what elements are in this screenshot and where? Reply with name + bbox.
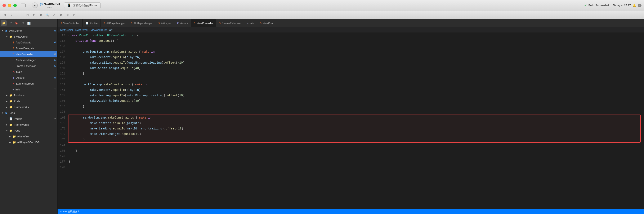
search-button[interactable]: 🔍 [44,13,50,18]
panel-toggle-button[interactable] [21,4,26,7]
sidebar-tab-files[interactable]: 📁 [1,20,7,26]
sidebar-item-main[interactable]: ✕ Main [0,69,57,75]
breadcrumb-swiftdemol2[interactable]: SwiftDemol [75,29,88,32]
minimize-button[interactable] [8,4,11,7]
tab-frame-extension[interactable]: S Frame-Extension [216,19,244,27]
sidebar-item-swiftdemol-root[interactable]: ▼ ◉ SwiftDemol M [0,28,57,34]
sidebar-label: Assets [16,76,24,79]
error-button[interactable]: ⊘ [58,13,64,18]
device-selector[interactable]: 📱 庶客双小鱼的iPhone [64,2,100,8]
code-line-169: 169 randomBtn.snp.makeConstraints { make… [58,115,640,121]
sidebar-tab-breakpoints[interactable]: ⬡ [20,20,26,26]
arrow-icon: ▶ [6,94,8,96]
close-button[interactable] [2,4,6,7]
folder-icon: 📁 [12,135,16,138]
breadcrumb-arr[interactable]: arr [109,29,112,32]
tab-label: ViewController [197,22,213,25]
settings-button[interactable]: ⚙ [65,13,70,18]
editor-area: S ViewController 📄 Podfile S AliPlayerMa… [58,19,644,214]
folder-icon: 📁 [12,141,16,144]
sidebar-item-podfile[interactable]: 📄 Podfile ? [0,116,57,122]
code-content[interactable]: 12 class ViewController: UIViewControlle… [58,33,644,209]
tab-label: Frame-Extension [222,22,241,25]
file-icon: S [12,41,14,44]
toolbar-btn-2[interactable]: ⊞ [31,13,37,18]
tab-label: Podfile [90,22,98,25]
sidebar-item-alamofire[interactable]: ▶ 📁 Alamofire [0,133,57,139]
toolbar-btn-3[interactable]: ⊠ [38,13,44,18]
sidebar-label: SceneDelegate [16,47,34,50]
device-icon: 📱 [67,3,72,7]
arrow-icon: ▶ [6,124,8,126]
grid-view-button[interactable]: ⊞ [2,13,8,18]
sidebar-item-frame-extension[interactable]: S Frame-Extension A [0,63,57,69]
code-line-12: 12 class ViewController: UIViewControlle… [58,33,644,38]
tab-icon: S [104,22,105,25]
tab-info[interactable]: ≡ Info [244,19,257,27]
sidebar-label: AliPlayerManger [16,59,36,62]
sidebar-item-pods-swift[interactable]: ▶ 📁 Pods [0,98,57,104]
badge: M [54,76,56,79]
sidebar-item-viewcontroller[interactable]: S ViewController M [0,51,57,57]
tab-podfile[interactable]: 📄 Podfile [83,19,101,27]
sidebar-item-appdelegate[interactable]: S AppDelegate M [0,39,57,45]
sidebar-label: Frame-Extension [16,64,36,68]
maximize-button[interactable] [14,4,17,7]
tab-assets[interactable]: ◧ Assets [174,19,191,27]
tab-viewcon[interactable]: S ViewCon [257,19,276,27]
play-button[interactable]: ▶ [32,3,38,8]
sidebar-tab-reports[interactable]: 📊 [26,20,32,26]
sidebar-item-swiftdemol-folder[interactable]: ▼ 📁 SwiftDemol [0,34,57,39]
warning-button[interactable]: ⚠ [51,13,57,18]
tab-icon: S [194,22,195,25]
sidebar-item-assets[interactable]: ◧ Assets M [0,75,57,81]
arrow-icon: ▶ [9,141,12,144]
tab-viewcontroller-1[interactable]: S ViewController [58,19,83,27]
sidebar-item-pods-root[interactable]: ▼ ◉ Pods [0,110,57,116]
code-line-178: 178 [58,164,644,170]
sidebar-item-frameworks-pods[interactable]: ▶ 📁 Frameworks [0,122,57,128]
build-status-text: Build Succeeded [588,4,609,7]
sidebar-label: Podfile [14,117,22,121]
sidebar-tab-bookmarks[interactable]: 🔖 [14,20,19,26]
bookmark-button[interactable]: ◻ [72,13,77,18]
sidebar-label: Products [14,94,24,97]
tab-label: Assets [180,22,188,25]
breadcrumb-swiftdemol[interactable]: SwiftDemol [60,29,73,32]
tab-viewcontroller-active[interactable]: S ViewController [191,19,216,27]
build-check-icon: ✓ [584,3,587,7]
breadcrumb-viewcontroller[interactable]: ViewController [90,29,107,32]
tab-aliplayermanger-1[interactable]: S AliPlayerManger [101,19,128,27]
badge: ? [54,88,56,91]
file-icon: S [12,59,14,62]
sidebar-item-launchscreen[interactable]: ✕ LaunchScreen [0,81,57,86]
back-button[interactable]: ‹ [8,13,14,18]
code-line-164: 164 make.centerY.equalTo(playBtn) [58,87,644,93]
code-line-158: 158 make.centerY.equalTo(playBtn) [58,55,644,60]
file-icon: 📄 [9,117,12,121]
tab-aliplayer[interactable]: S AliPlayer [155,19,174,27]
sidebar-label: Pods [14,100,20,103]
folder-icon: 📁 [9,129,12,132]
project-icon: ◉ [5,29,7,32]
sidebar-item-aliplayersdk[interactable]: ▶ 📁 AliPlayerSDK_iOS [0,139,57,145]
highlighted-block: 169 randomBtn.snp.makeConstraints { make… [68,115,641,143]
sidebar-item-pods-sub[interactable]: ▼ 📁 Pods [0,128,57,133]
build-status: ✓ Build Succeeded | Today at 15:17 🔔 1 [584,3,642,7]
sidebar-item-products[interactable]: ▶ 📁 Products [0,92,57,98]
sidebar-item-scenedelegate[interactable]: S SceneDelegate [0,45,57,51]
code-line-163: 163 nextBtn.snp.makeConstraints { make i… [58,82,644,87]
sidebar-tab-vcs[interactable]: ⎇ [7,20,13,26]
folder-icon: 📁 [9,105,12,109]
tab-aliplayermanger-2[interactable]: S AliPlayerManger [128,19,155,27]
toolbar-btn-1[interactable]: ⊟ [24,13,30,18]
forward-button[interactable]: › [15,13,21,18]
arrow-icon: ▼ [6,35,8,38]
sidebar-item-info[interactable]: ≡ Info ? [0,86,57,92]
sidebar-label: SwiftDemol [8,29,22,32]
folder-icon: 📁 [9,123,12,126]
code-line-156: 156 [58,44,644,49]
sidebar-item-aliplayermanger[interactable]: S AliPlayerManger A [0,57,57,63]
sidebar-item-frameworks-swift[interactable]: ▶ 📁 Frameworks [0,104,57,110]
sidebar-label: LaunchScreen [16,82,34,85]
